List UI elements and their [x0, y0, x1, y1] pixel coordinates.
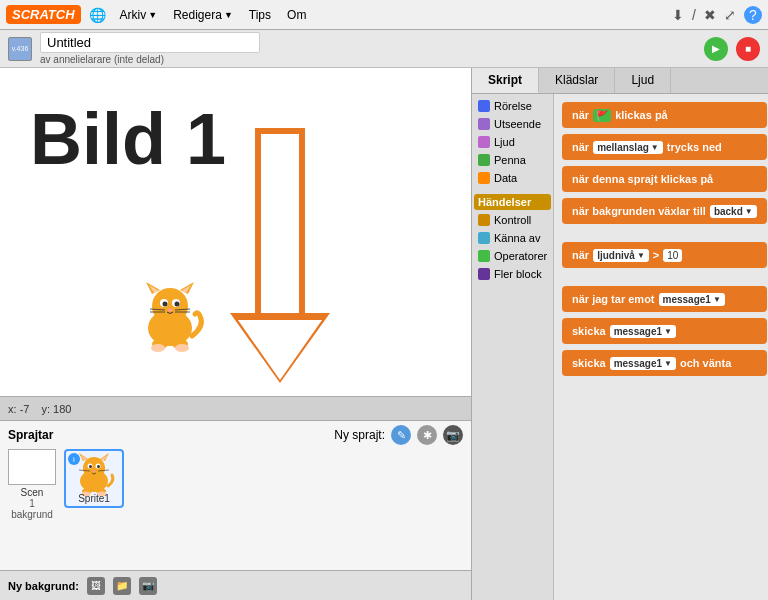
main-area: Bild 1: [0, 68, 768, 600]
broadcast-dropdown[interactable]: message1 ▼: [610, 325, 676, 338]
stop-button[interactable]: [736, 37, 760, 61]
cat-penna[interactable]: Penna: [474, 152, 551, 168]
sprites-panel: Sprajtar Ny sprajt: ✎ ✱ 📷 Scen 1 bakgrun…: [0, 420, 472, 570]
blocks-area: Rörelse Utseende Ljud Penna Data: [472, 94, 768, 600]
scene-sublabel: 1 bakgrund: [8, 498, 56, 520]
top-bar: SCRATCH 🌐 Arkiv ▼ Redigera ▼ Tips Om ⬇ /…: [0, 0, 768, 30]
sprite-info-icon[interactable]: i: [68, 453, 80, 465]
key-dropdown-arrow: ▼: [651, 143, 659, 152]
loudness-dropdown-arrow: ▼: [637, 251, 645, 260]
scratch-logo: SCRATCH: [6, 5, 81, 24]
cat-svg: [130, 276, 210, 356]
tab-skript[interactable]: Skript: [472, 68, 539, 93]
stage-area: Bild 1: [0, 68, 472, 600]
new-bg-paint-btn[interactable]: 🖼: [87, 577, 105, 595]
sprite1-item[interactable]: i: [64, 449, 124, 508]
coord-bar: x: -7 y: 180: [0, 396, 472, 420]
new-sprite-camera-btn[interactable]: 📷: [443, 425, 463, 445]
cat-rorelse-dot: [478, 100, 490, 112]
fullscreen-icon[interactable]: ✖: [704, 7, 716, 23]
cat-rorelse[interactable]: Rörelse: [474, 98, 551, 114]
tab-kladslar[interactable]: Klädslar: [539, 68, 615, 93]
menu-arkiv[interactable]: Arkiv ▼: [114, 6, 164, 24]
new-sprite-paint-btn[interactable]: ✎: [391, 425, 411, 445]
title-area: av annelielarare (inte delad): [40, 32, 260, 65]
receive-dropdown[interactable]: message1 ▼: [659, 293, 725, 306]
stage-thumbnail: v.436: [8, 37, 32, 61]
broadcast-dropdown-arrow: ▼: [664, 327, 672, 336]
block-when-loudness[interactable]: när ljudnivå ▼ > 10: [562, 242, 767, 268]
stage-display-text: Bild 1: [30, 98, 226, 180]
tab-ljud[interactable]: Ljud: [615, 68, 671, 93]
cat-sprite: [130, 276, 210, 356]
arrow-head-inner: [238, 320, 322, 380]
cat-kannav[interactable]: Känna av: [474, 230, 551, 246]
green-flag-button[interactable]: [704, 37, 728, 61]
svg-point-9: [175, 302, 180, 307]
categories-panel: Rörelse Utseende Ljud Penna Data: [472, 94, 554, 600]
svg-point-27: [89, 465, 92, 468]
block-when-sprite-clicked[interactable]: när denna sprajt klickas på: [562, 166, 767, 192]
scene-thumbnail-img: [8, 449, 56, 485]
sprite1-name: Sprite1: [78, 493, 110, 504]
cat-ljud[interactable]: Ljud: [474, 134, 551, 150]
cat-ljud-dot: [478, 136, 490, 148]
right-panel: Skript Klädslar Ljud Rörelse Utseende: [472, 68, 768, 600]
scene-label: Scen: [8, 487, 56, 498]
block-when-receive[interactable]: när jag tar emot message1 ▼: [562, 286, 767, 312]
svg-point-29: [93, 470, 96, 472]
cat-data[interactable]: Data: [474, 170, 551, 186]
sprites-header: Sprajtar Ny sprajt: ✎ ✱ 📷: [8, 425, 463, 445]
menu-redigera-arrow: ▼: [224, 10, 233, 20]
backdrop-dropdown[interactable]: backd ▼: [710, 205, 757, 218]
top-menu: Arkiv ▼ Redigera ▼ Tips Om: [114, 6, 313, 24]
scripts-canvas[interactable]: när 🚩 klickas på när mellanslag ▼ trycks…: [554, 94, 768, 600]
block-when-key-pressed[interactable]: när mellanslag ▼ trycks ned: [562, 134, 767, 160]
broadcast-wait-dropdown[interactable]: message1 ▼: [610, 357, 676, 370]
help-icon[interactable]: ?: [744, 6, 762, 24]
cat-flerblock[interactable]: Fler block: [474, 266, 551, 282]
block-broadcast[interactable]: skicka message1 ▼: [562, 318, 767, 344]
top-icons: ⬇ / ✖ ⤢ ?: [672, 6, 762, 24]
new-bg-camera-btn[interactable]: 📷: [139, 577, 157, 595]
cat-utseende[interactable]: Utseende: [474, 116, 551, 132]
block-broadcast-wait[interactable]: skicka message1 ▼ och vänta: [562, 350, 767, 376]
globe-icon[interactable]: 🌐: [89, 7, 106, 23]
menu-om[interactable]: Om: [281, 6, 312, 24]
block-when-flag-clicked[interactable]: när 🚩 klickas på: [562, 102, 767, 128]
new-sprite-file-btn[interactable]: ✱: [417, 425, 437, 445]
svg-point-18: [175, 344, 189, 352]
arrow-shaft-inner: [261, 134, 299, 329]
expand-icon[interactable]: ⤢: [724, 7, 736, 23]
title-input[interactable]: [40, 32, 260, 53]
loudness-value[interactable]: 10: [663, 249, 682, 262]
scene-item[interactable]: Scen 1 bakgrund: [8, 449, 56, 520]
new-bg-area: Ny bakgrund: 🖼 📁 📷: [0, 570, 472, 600]
subtitle-text: av annelielarare (inte delad): [40, 54, 260, 65]
block-when-backdrop-switches[interactable]: när bakgrunden växlar till backd ▼: [562, 198, 767, 224]
menu-redigera[interactable]: Redigera ▼: [167, 6, 239, 24]
sprites-list: Scen 1 bakgrund i: [8, 449, 463, 520]
cat-kontroll[interactable]: Kontroll: [474, 212, 551, 228]
stage-canvas[interactable]: Bild 1: [0, 68, 472, 396]
svg-point-10: [168, 309, 173, 312]
flag-symbol: 🚩: [593, 109, 611, 122]
y-coord-label: y: 180: [41, 403, 71, 415]
svg-point-20: [83, 457, 105, 479]
new-sprite-label: Ny sprajt:: [334, 428, 385, 442]
cat-operatorer-dot: [478, 250, 490, 262]
cat-operatorer[interactable]: Operatorer: [474, 248, 551, 264]
download-icon[interactable]: ⬇: [672, 7, 684, 23]
backdrop-dropdown-arrow: ▼: [745, 207, 753, 216]
title-bar: v.436 av annelielarare (inte delad): [0, 30, 768, 68]
script-tabs: Skript Klädslar Ljud: [472, 68, 768, 94]
x-coord-label: x: -7: [8, 403, 29, 415]
receive-dropdown-arrow: ▼: [713, 295, 721, 304]
key-dropdown[interactable]: mellanslag ▼: [593, 141, 663, 154]
cat-handelser[interactable]: Händelser: [474, 194, 551, 210]
new-bg-file-btn[interactable]: 📁: [113, 577, 131, 595]
menu-tips[interactable]: Tips: [243, 6, 277, 24]
loudness-dropdown[interactable]: ljudnivå ▼: [593, 249, 649, 262]
svg-point-17: [151, 344, 165, 352]
cat-kontroll-dot: [478, 214, 490, 226]
